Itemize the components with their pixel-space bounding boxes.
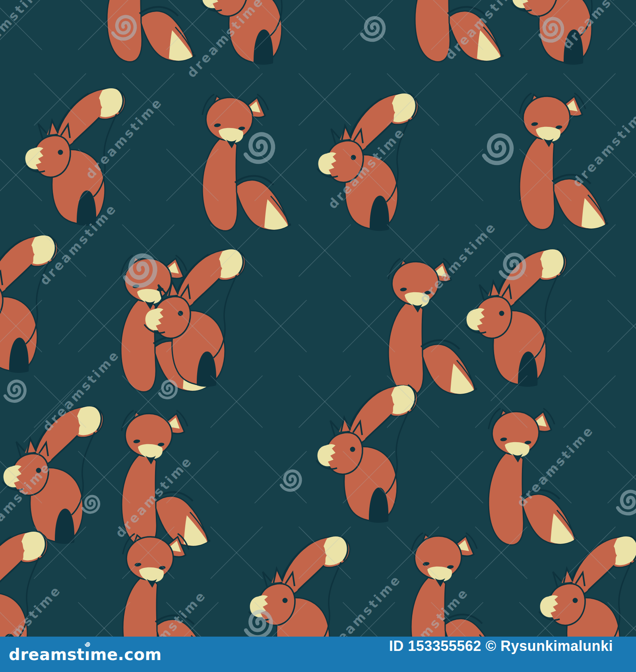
watermark-spiral-icon xyxy=(479,131,517,168)
watermark-line xyxy=(608,0,636,50)
image-id: ID 153355562 xyxy=(389,638,481,654)
image-credit: ID 153355562 © Rysunkimalunki xyxy=(389,638,613,671)
fox-sitting-pose xyxy=(202,94,291,231)
watermark-spiral-icon xyxy=(357,15,388,45)
watermark-spiral-icon xyxy=(613,488,636,518)
watermark-line xyxy=(59,267,129,344)
logo-letter-i: ı xyxy=(85,645,90,664)
watermark-line xyxy=(608,149,636,201)
watermark-line xyxy=(608,0,636,50)
fox-squirrel-pose xyxy=(316,385,417,523)
fox-pattern-layer xyxy=(0,0,636,672)
fox-squirrel-pose xyxy=(0,235,58,373)
watermark-spiral-icon xyxy=(277,468,304,494)
fox-sitting-pose xyxy=(489,408,577,545)
logo-text-suffix: me.com xyxy=(90,645,162,664)
watermark-line xyxy=(608,300,636,352)
stock-image-preview: dreamstimedreamstimedreamstimedreamstime… xyxy=(0,0,636,672)
logo-spiral-icon xyxy=(83,640,91,648)
watermark-spiral-icon xyxy=(1,378,29,405)
dreamstime-logo: dreamstı me.com xyxy=(9,645,162,664)
watermark-footer-bar: dreamstı me.com ID 153355562 © Rysunkima… xyxy=(0,637,636,672)
image-author: © Rysunkimalunki xyxy=(485,638,613,654)
watermark-spiral-icon xyxy=(240,130,278,167)
watermark-line xyxy=(608,149,636,201)
logo-text-prefix: dreamst xyxy=(9,645,85,664)
fox-pattern-illustration: dreamstimedreamstimedreamstimedreamstime… xyxy=(0,0,636,672)
watermark-text: dreamstime xyxy=(0,0,50,65)
watermark-line xyxy=(608,300,636,352)
